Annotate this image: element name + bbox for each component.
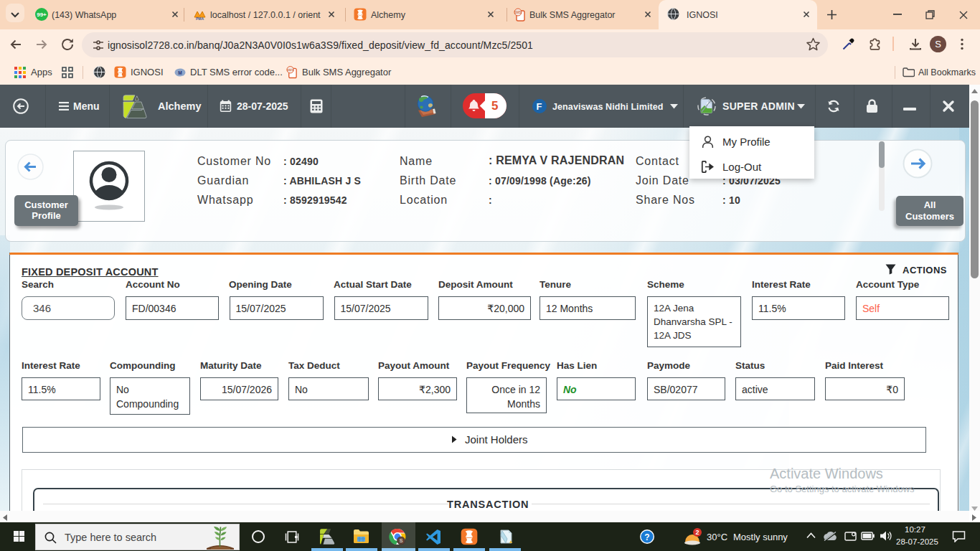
svg-text:?: ? bbox=[644, 532, 649, 542]
svg-text:2: 2 bbox=[695, 529, 699, 536]
svg-text:S: S bbox=[400, 538, 403, 543]
